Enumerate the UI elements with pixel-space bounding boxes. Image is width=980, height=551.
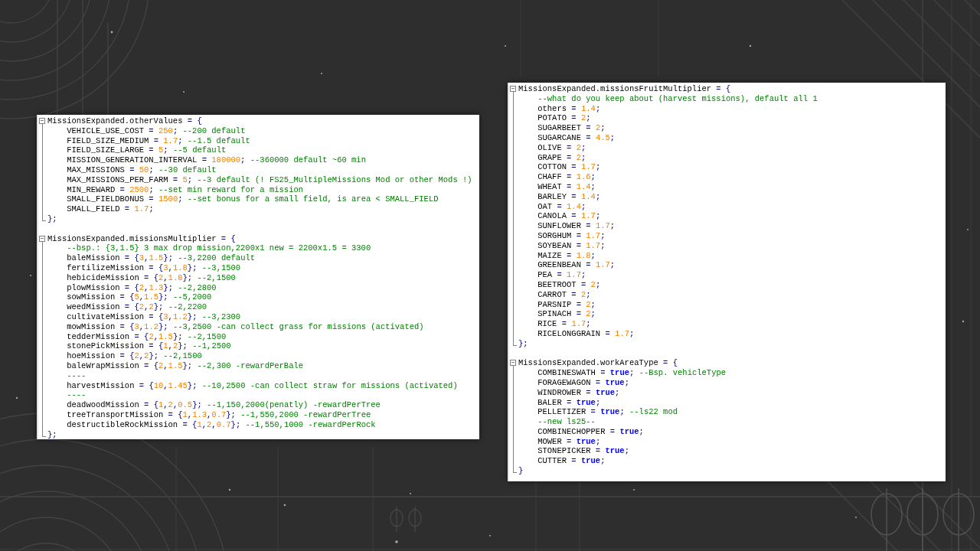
code-line: cultivateMission = {3,1.2}; --3,2300 bbox=[38, 312, 479, 322]
code-line bbox=[38, 224, 479, 234]
fold-gutter bbox=[38, 185, 47, 195]
fold-gutter bbox=[509, 398, 518, 408]
code-text: }; bbox=[518, 339, 528, 349]
code-line: MAX_MISSIONS_PER_FARM = 5; --3 default (… bbox=[38, 175, 479, 185]
right-code-panel[interactable]: MissionsExpanded.missionsFruitMultiplier… bbox=[508, 83, 946, 481]
code-text: --what do you keep about (harvest missio… bbox=[518, 94, 818, 104]
fold-gutter bbox=[38, 234, 47, 244]
code-text: MissionsExpanded.workAreaType = { bbox=[518, 358, 678, 368]
fold-gutter bbox=[38, 341, 47, 351]
code-line: mowMission = {3,1.2}; --3,2500 -can coll… bbox=[38, 322, 479, 332]
fold-guide-line bbox=[513, 260, 514, 270]
code-text: MIN_REWARD = 2500; --set min reward for … bbox=[47, 185, 303, 195]
code-text: OAT = 1.4; bbox=[518, 202, 586, 212]
fold-end-icon bbox=[513, 472, 517, 473]
fold-guide-line bbox=[513, 270, 514, 280]
code-text: MOWER = true; bbox=[518, 437, 600, 447]
code-text: sowMission = {5,1.5}; --5,2000 bbox=[47, 292, 211, 302]
fold-gutter bbox=[38, 194, 47, 204]
fold-guide-line bbox=[42, 136, 43, 146]
code-text: MissionsExpanded.missionsFruitMultiplier… bbox=[518, 84, 730, 94]
left-code-panel[interactable]: MissionsExpanded.otherValues = { VEHICLE… bbox=[37, 115, 479, 439]
code-text: ---- bbox=[47, 371, 86, 381]
code-line: } bbox=[509, 466, 946, 476]
fold-gutter bbox=[38, 263, 47, 273]
code-text: BARLEY = 1.4; bbox=[518, 192, 600, 202]
fold-gutter bbox=[38, 292, 47, 302]
fold-gutter bbox=[509, 329, 518, 339]
code-text: COMBINECHOPPER = true; bbox=[518, 427, 644, 437]
code-line: WHEAT = 1.4; bbox=[509, 182, 946, 192]
fold-gutter bbox=[38, 381, 47, 391]
code-text: CANOLA = 1.7; bbox=[518, 211, 600, 221]
fold-gutter bbox=[509, 251, 518, 261]
code-text: MissionsExpanded.otherValues = { bbox=[47, 116, 202, 126]
code-line: ---- bbox=[38, 371, 479, 381]
fold-gutter bbox=[38, 390, 47, 400]
code-text: PEA = 1.7; bbox=[518, 270, 586, 280]
code-line: OAT = 1.4; bbox=[509, 202, 946, 212]
code-line: GRAPE = 2; bbox=[509, 153, 946, 163]
fold-gutter bbox=[38, 175, 47, 185]
code-line: ---- bbox=[38, 390, 479, 400]
fold-guide-line bbox=[513, 162, 514, 172]
fold-guide-line bbox=[513, 388, 514, 398]
code-line: PEA = 1.7; bbox=[509, 270, 946, 280]
fold-gutter bbox=[38, 136, 47, 146]
code-line: MIN_REWARD = 2500; --set min reward for … bbox=[38, 185, 479, 195]
fold-gutter bbox=[509, 162, 518, 172]
fold-gutter bbox=[509, 378, 518, 388]
fold-guide-line bbox=[42, 332, 43, 342]
fold-gutter bbox=[509, 192, 518, 202]
code-line: CANOLA = 1.7; bbox=[509, 211, 946, 221]
fold-gutter bbox=[38, 126, 47, 136]
fold-toggle-icon[interactable] bbox=[510, 360, 516, 366]
fold-guide-line bbox=[42, 155, 43, 165]
fold-gutter bbox=[38, 400, 47, 410]
fold-gutter bbox=[509, 113, 518, 123]
fold-toggle-icon[interactable] bbox=[39, 236, 45, 242]
code-line: RICELONGGRAIN = 1.7; bbox=[509, 329, 946, 339]
fold-minus-icon bbox=[41, 120, 44, 121]
code-line: POTATO = 2; bbox=[509, 113, 946, 123]
code-line: sowMission = {5,1.5}; --5,2000 bbox=[38, 292, 479, 302]
code-line: MissionsExpanded.missionsMultiplier = { bbox=[38, 234, 479, 244]
fold-gutter bbox=[509, 153, 518, 163]
fold-guide-line bbox=[42, 243, 43, 253]
fold-guide-line bbox=[42, 361, 43, 371]
fold-gutter bbox=[38, 312, 47, 322]
fold-gutter bbox=[38, 410, 47, 420]
code-text: } bbox=[518, 466, 523, 476]
fold-toggle-icon[interactable] bbox=[39, 118, 45, 124]
code-line: STONEPICKER = true; bbox=[509, 446, 946, 456]
fold-gutter bbox=[509, 319, 518, 329]
fold-gutter bbox=[509, 456, 518, 466]
code-text: MAX_MISSIONS_PER_FARM = 5; --3 default (… bbox=[47, 175, 472, 185]
code-line: COMBINECHOPPER = true; bbox=[509, 427, 946, 437]
fold-guide-line bbox=[513, 202, 514, 212]
fold-guide-line bbox=[513, 446, 514, 456]
code-line: SMALL_FIELDBONUS = 1500; --set bonus for… bbox=[38, 194, 479, 204]
code-text: COTTON = 1.7; bbox=[518, 162, 600, 172]
code-line: MAIZE = 1.8; bbox=[509, 251, 946, 261]
code-text: WINDROWER = true; bbox=[518, 388, 619, 398]
fold-gutter bbox=[38, 371, 47, 381]
code-text: COMBINESWATH = true; --Bsp. vehicleType bbox=[518, 368, 726, 378]
fold-gutter bbox=[509, 143, 518, 153]
fold-guide-line bbox=[42, 185, 43, 195]
fold-toggle-icon[interactable] bbox=[510, 86, 516, 92]
fold-gutter bbox=[38, 302, 47, 312]
code-line: --what do you keep about (harvest missio… bbox=[509, 94, 946, 104]
fold-minus-icon bbox=[41, 238, 44, 239]
fold-guide-line bbox=[42, 322, 43, 332]
fold-gutter bbox=[509, 231, 518, 241]
code-text: RICELONGGRAIN = 1.7; bbox=[518, 329, 634, 339]
fold-gutter bbox=[509, 388, 518, 398]
code-line: SORGHUM = 1.7; bbox=[509, 231, 946, 241]
fold-guide-line bbox=[42, 420, 43, 430]
fold-minus-icon bbox=[511, 88, 514, 89]
code-line: others = 1.4; bbox=[509, 104, 946, 114]
code-text: FIELD_SIZE_LARGE = 5; --5 default bbox=[47, 145, 226, 155]
code-text: ---- bbox=[47, 390, 86, 400]
fold-end-icon bbox=[513, 345, 517, 346]
